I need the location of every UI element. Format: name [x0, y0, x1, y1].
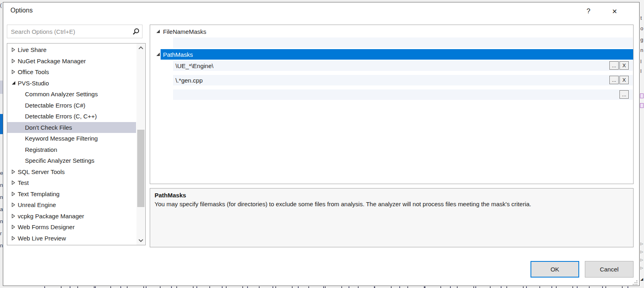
expand-arrow-icon[interactable] — [12, 170, 17, 174]
tree-scrollbar[interactable] — [136, 44, 145, 245]
chevron-right-icon: ▷ — [640, 250, 643, 254]
edit-mask-button[interactable]: ... — [609, 76, 619, 84]
close-button[interactable]: ✕ — [608, 5, 621, 18]
tree-item[interactable]: Web Live Preview — [7, 233, 136, 244]
remove-mask-button[interactable]: X — [619, 76, 629, 84]
background-icon-fragment — [640, 103, 644, 108]
resize-grip-icon[interactable] — [632, 280, 638, 287]
tree-item-label: Unreal Engine — [18, 201, 56, 208]
expand-arrow-icon[interactable] — [12, 70, 17, 74]
scroll-down-icon[interactable] — [136, 237, 145, 244]
bottom-background-sliver — [0, 286, 644, 288]
tree-item[interactable]: Detectable Errors (C#) — [7, 100, 136, 111]
options-tree-panel: Live Share NuGet Package Manager Office … — [7, 43, 146, 245]
cancel-button[interactable]: Cancel — [585, 261, 634, 278]
background-text-fragment: n — [0, 195, 3, 200]
mask-row-buttons: ... — [619, 90, 629, 99]
expand-arrow-icon[interactable] — [12, 180, 17, 185]
right-background-sliver: ▷ ▷ ▷ ▷ ◢ tognll — [640, 0, 644, 288]
mask-row[interactable]: \.*gen.cpp ...X — [173, 75, 633, 85]
tree-item[interactable]: Office Tools — [7, 66, 136, 78]
search-box[interactable] — [7, 25, 142, 38]
tree-item-label: NuGet Package Manager — [18, 58, 86, 64]
scroll-up-icon[interactable] — [136, 44, 145, 52]
tree-item[interactable]: Keyword Message Filtering — [7, 133, 136, 144]
mask-value[interactable]: \UE_*\Engine\ — [173, 62, 213, 69]
tree-item[interactable]: Common Analyzer Settings — [7, 89, 136, 100]
tree-item[interactable]: Live Share — [7, 44, 136, 56]
property-group-header[interactable]: PathMasks — [150, 49, 633, 60]
background-text-fragment: o — [640, 26, 644, 31]
expand-arrow-icon[interactable] — [12, 236, 17, 240]
tree-item-label: Detectable Errors (C, C++) — [25, 113, 97, 120]
tree-item-label: Office Tools — [18, 68, 49, 75]
tree-item[interactable]: SQL Server Tools — [7, 166, 136, 178]
tree-item[interactable]: Registration — [7, 144, 136, 155]
remove-mask-button[interactable]: X — [619, 61, 629, 70]
ok-button[interactable]: OK — [530, 261, 579, 278]
mask-value[interactable]: \.*gen.cpp — [173, 77, 203, 84]
tree-item[interactable]: Don't Check Files — [7, 122, 136, 133]
collapse-arrow-icon[interactable] — [12, 81, 17, 85]
tree-item[interactable]: vcpkg Package Manager — [7, 211, 136, 222]
tree-item[interactable]: PVS-Studio — [7, 78, 136, 89]
options-dialog: Options ? ✕ Live Share NuGet Package Man… — [3, 2, 640, 286]
expand-arrow-icon[interactable] — [12, 225, 17, 229]
tree-item[interactable]: Web Forms Designer — [7, 222, 136, 233]
edit-mask-button[interactable]: ... — [619, 90, 629, 99]
background-text-fragment — [44, 286, 638, 288]
tree-item-label: PVS-Studio — [18, 80, 49, 87]
mask-row[interactable]: \UE_*\Engine\ ...X — [173, 60, 633, 71]
background-text-fragment: t — [640, 15, 644, 21]
tree-item[interactable]: NuGet Package Manager — [7, 56, 136, 67]
mask-row-buttons: ...X — [609, 76, 629, 84]
tree-item-label: Live Share — [18, 46, 47, 53]
dialog-title: Options — [10, 7, 33, 14]
collapse-arrow-icon[interactable] — [156, 52, 161, 56]
property-description-title: PathMasks — [155, 192, 629, 199]
property-description-panel: PathMasks You may specify filemasks (for… — [150, 188, 634, 247]
tree-item[interactable]: Specific Analyzer Settings — [7, 155, 136, 166]
mask-row-buttons: ...X — [609, 61, 629, 70]
tree-item-label: Detectable Errors (C#) — [25, 102, 85, 109]
property-group-rows — [150, 37, 633, 48]
property-group-label: PathMasks — [163, 51, 193, 58]
collapse-arrow-icon[interactable] — [156, 29, 161, 33]
property-grid: FileNameMasks PathMasks \UE_*\Engine\ ..… — [150, 25, 634, 184]
tree-item-label: Web Forms Designer — [18, 224, 74, 230]
background-text-fragment: n — [0, 243, 3, 249]
tree-item[interactable]: Unreal Engine — [7, 199, 136, 211]
search-input[interactable] — [7, 28, 130, 35]
expand-arrow-icon[interactable] — [12, 192, 17, 196]
edit-mask-button[interactable]: ... — [609, 61, 619, 70]
tree-item[interactable]: Test — [7, 177, 136, 189]
mask-row[interactable]: ... — [173, 89, 633, 100]
expand-arrow-icon[interactable] — [12, 48, 17, 52]
tree-item[interactable]: Text Templating — [7, 189, 136, 200]
property-group: PathMasks \UE_*\Engine\ ...X \.*gen.cpp … — [150, 49, 633, 100]
background-text-fragment: ( — [0, 2, 3, 8]
tree-item-label: Registration — [25, 146, 57, 153]
tree-item[interactable]: Detectable Errors (C, C++) — [7, 111, 136, 122]
background-text-fragment: n — [640, 48, 644, 53]
options-tree: Live Share NuGet Package Manager Office … — [7, 44, 136, 244]
background-text-fragment: g — [640, 37, 644, 43]
help-button[interactable]: ? — [582, 5, 595, 18]
expand-arrow-icon[interactable] — [12, 59, 17, 63]
property-group: FileNameMasks — [150, 26, 633, 48]
background-text-fragment: e — [0, 170, 3, 176]
scrollbar-thumb[interactable] — [137, 130, 144, 207]
tree-item-label: vcpkg Package Manager — [18, 213, 84, 220]
chevron-right-icon: ▷ — [640, 266, 643, 270]
chevron-right-icon: ▷ — [640, 242, 643, 246]
property-group-label: FileNameMasks — [163, 28, 206, 35]
property-group-header[interactable]: FileNameMasks — [150, 26, 633, 37]
tree-item-label: Keyword Message Filtering — [25, 135, 98, 142]
expand-arrow-icon[interactable] — [12, 214, 17, 218]
property-group-rows: \UE_*\Engine\ ...X \.*gen.cpp ...X ... — [150, 60, 633, 100]
background-selection-fragment — [0, 81, 3, 94]
expand-arrow-icon[interactable] — [12, 203, 17, 207]
mask-row[interactable] — [173, 37, 633, 48]
tree-item-label: Specific Analyzer Settings — [25, 157, 95, 164]
background-icon-fragment — [640, 93, 644, 98]
